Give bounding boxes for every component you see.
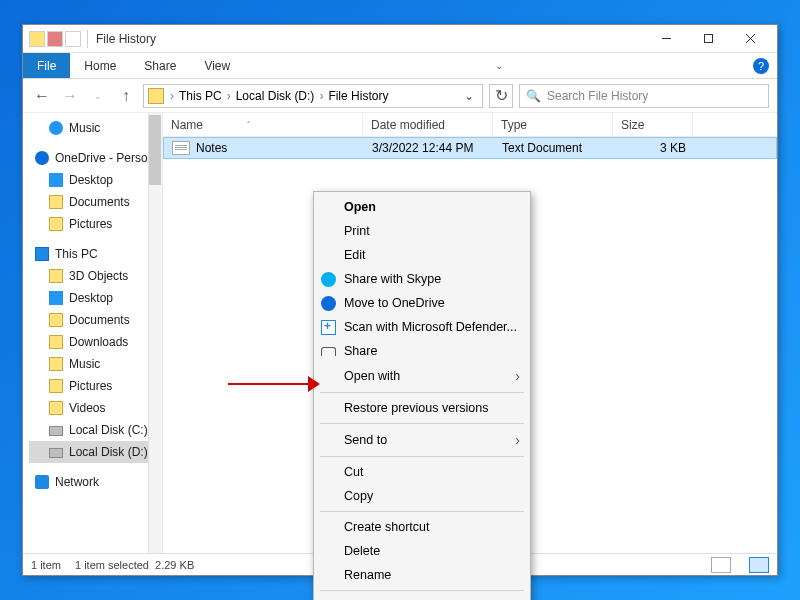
menu-item[interactable]: Move to OneDrive xyxy=(314,291,530,315)
menu-label: Move to OneDrive xyxy=(344,296,445,310)
ribbon-expand-icon[interactable]: ⌄ xyxy=(489,53,509,78)
help-icon[interactable]: ? xyxy=(753,58,769,74)
menu-label: Scan with Microsoft Defender... xyxy=(344,320,517,334)
file-date: 3/3/2022 12:44 PM xyxy=(364,138,494,158)
close-button[interactable] xyxy=(729,25,771,53)
details-view-button[interactable] xyxy=(711,557,731,573)
menu-item[interactable]: Create shortcut xyxy=(314,515,530,539)
column-name[interactable]: Nameˆ xyxy=(163,113,363,136)
column-date[interactable]: Date modified xyxy=(363,113,493,136)
nav-item[interactable]: Documents xyxy=(29,309,162,331)
menu-item[interactable]: Open with› xyxy=(314,363,530,389)
ribbon: File Home Share View ⌄ ? xyxy=(23,53,777,79)
back-button[interactable]: ← xyxy=(31,85,53,107)
file-tab[interactable]: File xyxy=(23,53,70,78)
breadcrumb[interactable]: Local Disk (D:) xyxy=(233,89,318,103)
nav-item[interactable]: Music xyxy=(29,353,162,375)
menu-item[interactable]: Print xyxy=(314,219,530,243)
search-input[interactable]: 🔍 Search File History xyxy=(519,84,769,108)
submenu-arrow-icon: › xyxy=(515,432,520,448)
menu-item[interactable]: Delete xyxy=(314,539,530,563)
menu-label: Send to xyxy=(344,433,387,447)
folder-icon xyxy=(49,401,63,415)
status-count: 1 item xyxy=(31,559,61,571)
nav-label: Music xyxy=(69,357,100,371)
menu-label: Rename xyxy=(344,568,391,582)
minimize-button[interactable] xyxy=(645,25,687,53)
status-size: 2.29 KB xyxy=(155,559,194,571)
menu-item[interactable]: Properties xyxy=(314,594,530,600)
address-bar[interactable]: › This PC › Local Disk (D:) › File Histo… xyxy=(143,84,483,108)
nav-label: 3D Objects xyxy=(69,269,128,283)
nav-item[interactable]: Documents xyxy=(29,191,162,213)
od-icon xyxy=(321,296,336,311)
column-headers: Nameˆ Date modified Type Size xyxy=(163,113,777,137)
nav-label: OneDrive - Person xyxy=(55,151,154,165)
forward-button[interactable]: → xyxy=(59,85,81,107)
menu-item[interactable]: Restore previous versions xyxy=(314,396,530,420)
nav-label: This PC xyxy=(55,247,98,261)
nav-label: Network xyxy=(55,475,99,489)
menu-item[interactable]: Scan with Microsoft Defender... xyxy=(314,315,530,339)
nav-item[interactable]: Desktop xyxy=(29,169,162,191)
icons-view-button[interactable] xyxy=(749,557,769,573)
menu-item[interactable]: Open xyxy=(314,195,530,219)
folder-icon xyxy=(49,379,63,393)
up-button[interactable]: ↑ xyxy=(115,85,137,107)
nav-item[interactable]: Network xyxy=(29,471,162,493)
menu-item[interactable]: Cut xyxy=(314,460,530,484)
scrollbar-thumb[interactable] xyxy=(149,115,161,185)
nav-label: Desktop xyxy=(69,173,113,187)
menu-item[interactable]: Edit xyxy=(314,243,530,267)
drive-icon xyxy=(49,426,63,436)
scrollbar[interactable] xyxy=(148,113,162,553)
menu-item[interactable]: Copy xyxy=(314,484,530,508)
nav-item[interactable]: Desktop xyxy=(29,287,162,309)
maximize-button[interactable] xyxy=(687,25,729,53)
menu-label: Cut xyxy=(344,465,363,479)
menu-item[interactable]: Send to› xyxy=(314,427,530,453)
folder-icon xyxy=(49,217,63,231)
def-icon xyxy=(321,320,336,335)
desktop-icon xyxy=(49,291,63,305)
menu-item[interactable]: Rename xyxy=(314,563,530,587)
address-bar-row: ← → ⌄ ↑ › This PC › Local Disk (D:) › Fi… xyxy=(23,79,777,113)
folder-icon xyxy=(49,313,63,327)
nav-item[interactable]: Pictures xyxy=(29,375,162,397)
nav-item[interactable]: Local Disk (D:) xyxy=(29,441,162,463)
breadcrumb[interactable]: This PC xyxy=(176,89,225,103)
nav-label: Music xyxy=(69,121,100,135)
nav-item[interactable]: 3D Objects xyxy=(29,265,162,287)
search-placeholder: Search File History xyxy=(547,89,648,103)
address-dropdown-icon[interactable]: ⌄ xyxy=(460,89,478,103)
navigation-pane: MusicOneDrive - PersonDesktopDocumentsPi… xyxy=(23,113,163,553)
nav-item[interactable]: Pictures xyxy=(29,213,162,235)
tab-home[interactable]: Home xyxy=(70,53,130,78)
nav-item[interactable]: Music xyxy=(29,117,162,139)
menu-item[interactable]: Share xyxy=(314,339,530,363)
qat-icon[interactable] xyxy=(65,31,81,47)
nav-item[interactable]: Videos xyxy=(29,397,162,419)
nav-item[interactable]: This PC xyxy=(29,243,162,265)
menu-label: Open with xyxy=(344,369,400,383)
tab-share[interactable]: Share xyxy=(130,53,190,78)
titlebar: File History xyxy=(23,25,777,53)
breadcrumb[interactable]: File History xyxy=(325,89,391,103)
nav-label: Local Disk (C:) xyxy=(69,423,148,437)
column-type[interactable]: Type xyxy=(493,113,613,136)
net-icon xyxy=(35,475,49,489)
refresh-button[interactable]: ↻ xyxy=(489,84,513,108)
menu-label: Copy xyxy=(344,489,373,503)
folder-icon xyxy=(49,357,63,371)
file-row[interactable]: Notes 3/3/2022 12:44 PM Text Document 3 … xyxy=(163,137,777,159)
window-title: File History xyxy=(96,32,156,46)
nav-item[interactable]: Downloads xyxy=(29,331,162,353)
tab-view[interactable]: View xyxy=(190,53,244,78)
nav-label: Pictures xyxy=(69,217,112,231)
qat-icon[interactable] xyxy=(47,31,63,47)
menu-item[interactable]: Share with Skype xyxy=(314,267,530,291)
nav-item[interactable]: OneDrive - Person xyxy=(29,147,162,169)
column-size[interactable]: Size xyxy=(613,113,693,136)
nav-item[interactable]: Local Disk (C:) xyxy=(29,419,162,441)
recent-dropdown[interactable]: ⌄ xyxy=(87,85,109,107)
